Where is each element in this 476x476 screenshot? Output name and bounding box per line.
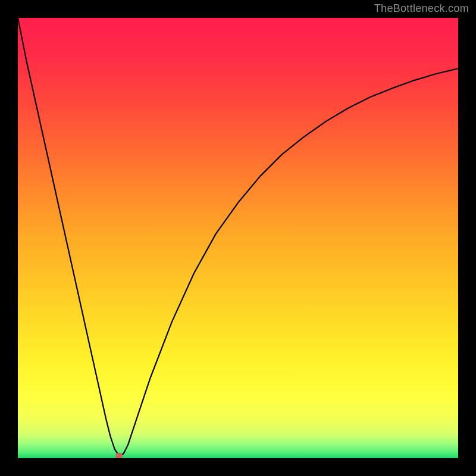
plot-area: [18, 18, 458, 458]
svg-rect-0: [18, 18, 458, 458]
chart-frame: TheBottleneck.com: [0, 0, 476, 476]
gradient-background: [18, 18, 458, 458]
attribution-label: TheBottleneck.com: [374, 2, 469, 15]
optimum-marker: [115, 453, 123, 458]
